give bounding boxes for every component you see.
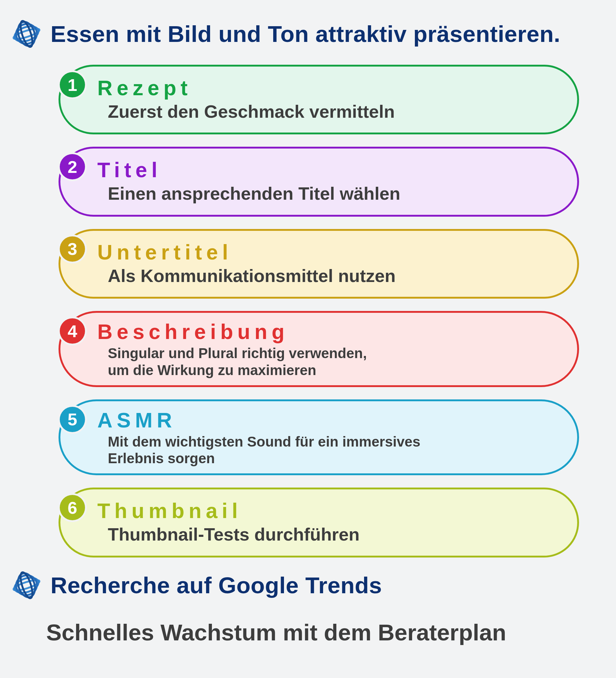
step-pill: 6ThumbnailThumbnail-Tests durchführen	[58, 488, 579, 557]
step-description: Einen ansprechenden Titel wählen	[108, 183, 552, 204]
globe-icon	[11, 18, 42, 49]
step-pill: 1RezeptZuerst den Geschmack vermitteln	[58, 65, 579, 135]
step-number-badge: 3	[60, 236, 85, 262]
header-2-title: Recherche auf Google Trends	[50, 572, 382, 599]
step-label: ASMR	[97, 408, 552, 432]
step-number-badge: 2	[60, 154, 85, 179]
step-number-badge: 4	[60, 318, 85, 344]
step-label: Rezept	[97, 76, 552, 100]
step-label: Untertitel	[97, 240, 552, 264]
step-number-badge: 5	[60, 407, 85, 432]
step-label: Titel	[97, 158, 552, 182]
section-header-1: Essen mit Bild und Ton attraktiv präsent…	[11, 18, 607, 49]
step-label: Beschreibung	[97, 319, 552, 344]
footer-text: Schnelles Wachstum mit dem Beraterplan	[46, 619, 607, 646]
step-number-badge: 6	[60, 495, 85, 520]
step-description: Singular und Plural richtig verwenden, u…	[108, 345, 552, 378]
step-description: Mit dem wichtigsten Sound für ein immers…	[108, 433, 552, 467]
step-pill: 2TitelEinen ansprechenden Titel wählen	[58, 147, 579, 216]
step-label: Thumbnail	[97, 499, 552, 523]
globe-icon	[11, 570, 42, 601]
steps-list: 1RezeptZuerst den Geschmack vermitteln2T…	[58, 65, 579, 558]
step-description: Thumbnail-Tests durchführen	[108, 524, 552, 545]
step-number-badge: 1	[60, 72, 85, 98]
header-1-title: Essen mit Bild und Ton attraktiv präsent…	[50, 21, 560, 47]
step-pill: 3UntertitelAls Kommunikationsmittel nutz…	[58, 229, 579, 299]
step-pill: 4BeschreibungSingular und Plural richtig…	[58, 311, 579, 387]
step-description: Zuerst den Geschmack vermitteln	[108, 101, 552, 122]
step-pill: 5ASMRMit dem wichtigsten Sound für ein i…	[58, 400, 579, 476]
step-description: Als Kommunikationsmittel nutzen	[108, 265, 552, 286]
section-header-2: Recherche auf Google Trends	[11, 570, 607, 601]
